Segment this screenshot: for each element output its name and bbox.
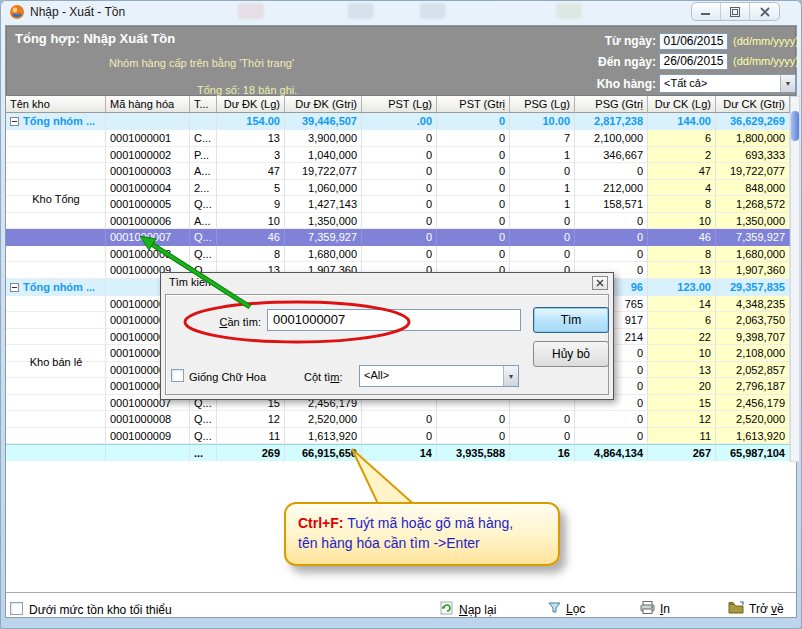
close-button[interactable] — [750, 3, 779, 20]
maximize-button[interactable] — [721, 3, 750, 20]
from-date-input[interactable]: 01/06/2015 — [659, 33, 728, 50]
table-row[interactable]: 0001000007Q...467,359,9270000467,359,927 — [6, 229, 790, 246]
grid-cell: 0001000008 — [106, 411, 190, 428]
grid-cell: 12 — [648, 411, 716, 428]
grid-cell — [6, 445, 106, 461]
collapse-icon[interactable] — [10, 283, 19, 292]
chevron-down-icon[interactable]: ▼ — [780, 75, 795, 92]
refresh-icon — [440, 601, 454, 618]
grid-cell: 0 — [362, 163, 437, 180]
grid-cell: 5 — [217, 180, 285, 197]
from-date-label: Từ ngày: — [567, 34, 656, 48]
grid-cell: 1,680,000 — [285, 246, 362, 263]
find-dialog: Tìm kiếm Cần tìm: 0001000007 Tìm Hủy bỏ … — [160, 272, 614, 400]
cancel-button[interactable]: Hủy bỏ — [533, 341, 609, 367]
column-header[interactable]: Dư ĐK (Gtrị) — [285, 96, 362, 113]
grid-cell: 0 — [575, 213, 648, 230]
grid-cell: 10 — [217, 213, 285, 230]
report-subtitle: Nhóm hàng cấp trên bằng 'Thời trang' — [109, 57, 294, 69]
print-button[interactable]: In — [640, 601, 670, 617]
grid-cell — [6, 395, 106, 412]
grid-cell: 1,613,920 — [716, 428, 790, 445]
column-header[interactable]: Dư CK (Lg) — [648, 96, 716, 113]
grid-cell: 0 — [362, 428, 437, 445]
table-row[interactable]: 0001000001C...133,900,0000072,100,00061,… — [6, 130, 790, 147]
scrollbar-thumb[interactable] — [791, 111, 799, 141]
grid-cell: 0 — [510, 411, 575, 428]
grid-cell: 0 — [510, 229, 575, 246]
grid-cell — [6, 378, 106, 395]
find-field-label: Cần tìm: — [199, 316, 261, 328]
table-row[interactable]: 0001000008Q...81,680,000000081,680,000 — [6, 246, 790, 263]
column-header[interactable]: Mã hàng hóa — [106, 96, 190, 113]
back-button[interactable]: Trở về — [728, 601, 784, 617]
grid-cell — [6, 312, 106, 329]
grid-cell: 16 — [510, 445, 575, 461]
chevron-down-icon[interactable]: ▼ — [503, 366, 518, 386]
group-summary-row[interactable]: Tổng nhóm ...154.0039,446,507.00010.002,… — [6, 113, 790, 130]
title-bar[interactable]: Nhập - Xuất - Tồn — [0, 0, 802, 25]
min-stock-checkbox[interactable] — [10, 602, 23, 615]
background-ghost-icon — [348, 3, 374, 19]
grid-cell: 212,000 — [575, 180, 648, 197]
find-input[interactable]: 0001000007 — [267, 309, 521, 331]
reload-button[interactable]: Nạp lại — [440, 601, 496, 618]
table-row[interactable]: 0001000002P...31,040,000001346,6672693,3… — [6, 147, 790, 164]
collapse-icon[interactable] — [10, 117, 19, 126]
column-header[interactable]: Tên kho — [6, 96, 106, 113]
grid-cell: 0001000008 — [106, 246, 190, 263]
grid-cell: 2,456,179 — [716, 395, 790, 412]
column-header[interactable]: T... — [190, 96, 217, 113]
background-ghost-icon — [238, 3, 264, 19]
grid-cell: ... — [190, 445, 217, 461]
table-row[interactable]: 0001000003A...4719,722,07700004719,722,0… — [6, 163, 790, 180]
warehouse-combobox[interactable]: <Tất cả> ▼ — [659, 74, 796, 93]
grid-cell: 0 — [575, 428, 648, 445]
filter-button[interactable]: Lọc — [548, 601, 585, 617]
vertical-scrollbar[interactable] — [790, 96, 800, 462]
search-column-combobox[interactable]: <All> ▼ — [359, 365, 519, 387]
grid-cell: 0 — [437, 428, 510, 445]
grid-cell: 66,915,650 — [285, 445, 362, 461]
grid-cell: 1,060,000 — [285, 180, 362, 197]
grid-cell — [190, 113, 217, 130]
column-header[interactable]: PST (Gtrị — [437, 96, 510, 113]
grid-cell: 1,907,360 — [716, 262, 790, 279]
grid-cell: 46 — [648, 229, 716, 246]
grid-cell: 2,100,000 — [575, 130, 648, 147]
column-header[interactable]: PSG (Lg) — [510, 96, 575, 113]
find-dialog-close-button[interactable] — [592, 276, 608, 290]
column-header[interactable]: Dư CK (Gtrị) — [716, 96, 790, 113]
column-header[interactable]: PST (Lg) — [362, 96, 437, 113]
table-row[interactable]: 0001000006A...101,350,0000000101,350,000 — [6, 213, 790, 230]
grid-cell: 14 — [648, 296, 716, 313]
table-row[interactable]: 0001000005Q...91,427,143001158,57181,268… — [6, 196, 790, 213]
grid-cell: 19,722,077 — [716, 163, 790, 180]
grid-cell: 10 — [648, 213, 716, 230]
grid-cell: 1,268,572 — [716, 196, 790, 213]
table-row[interactable]: 00010000042...51,060,000001212,0004848,0… — [6, 180, 790, 197]
grid-cell: 0 — [575, 411, 648, 428]
minimize-button[interactable] — [692, 3, 721, 20]
grid-cell: 0001000003 — [106, 163, 190, 180]
grid-cell — [6, 163, 106, 180]
grid-cell: 0 — [437, 147, 510, 164]
grid-cell: 65,987,104 — [716, 445, 790, 461]
grid-cell: C... — [190, 130, 217, 147]
match-case-checkbox[interactable] — [171, 369, 184, 382]
grid-cell: 29,357,835 — [716, 279, 790, 296]
window-title: Nhập - Xuất - Tồn — [30, 5, 125, 19]
table-row[interactable]: 0001000008Q...122,520,0000000122,520,000 — [6, 411, 790, 428]
column-header[interactable]: PSG (Gtrị — [575, 96, 648, 113]
grid-cell: 3,900,000 — [285, 130, 362, 147]
find-button[interactable]: Tìm — [533, 307, 609, 333]
grid-cell: 0 — [362, 213, 437, 230]
table-row[interactable]: 0001000009Q...111,613,9200000111,613,920 — [6, 428, 790, 445]
grid-cell: 9,398,707 — [716, 329, 790, 346]
grid-cell: 0 — [575, 246, 648, 263]
callout-bubble: Ctrl+F: Tuýt mã hoặc gõ mã hàng, tên hàn… — [284, 502, 560, 566]
record-count: Tổng số: 18 bản ghi. — [197, 84, 297, 96]
column-header[interactable]: Dư ĐK (Lg) — [217, 96, 285, 113]
to-date-input[interactable]: 26/06/2015 — [659, 53, 728, 70]
grid-cell: 1,040,000 — [285, 147, 362, 164]
